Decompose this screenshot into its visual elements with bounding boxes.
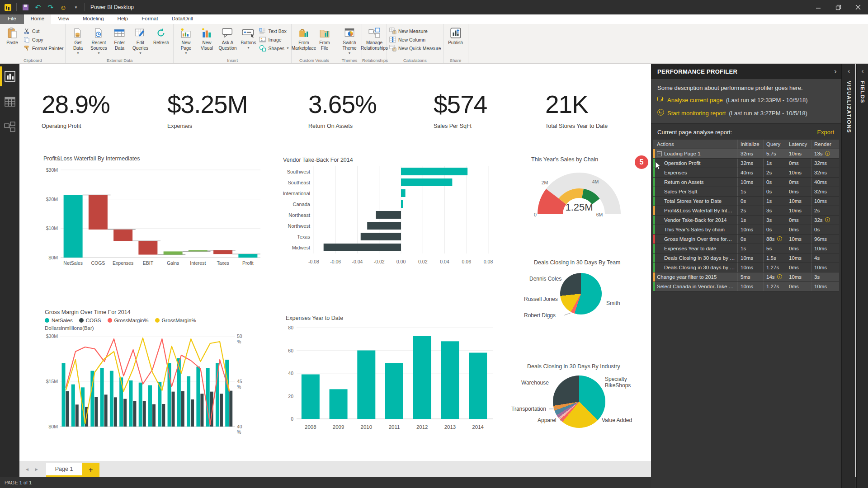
shapes-button[interactable]: Shapes▼ bbox=[259, 44, 289, 52]
table-row[interactable]: −Loading Page 132ms5.7s10ms13s! bbox=[653, 149, 839, 159]
expand-chevron-icon[interactable]: ‹ bbox=[848, 67, 850, 75]
vendor-takeback-chart[interactable]: Vendor Take-Back For 2014 -0.08-0.06-0.0… bbox=[279, 157, 494, 273]
switch-theme-button[interactable]: Switch Theme▼ bbox=[339, 25, 360, 55]
legend-dot bbox=[108, 318, 112, 323]
tab-format[interactable]: Format bbox=[135, 14, 165, 24]
page-tab-strip: ◄ ► Page 1 + bbox=[19, 461, 651, 477]
new-column-button[interactable]: New Column bbox=[389, 36, 441, 43]
cut-button[interactable]: Cut bbox=[23, 27, 63, 35]
tab-home[interactable]: Home bbox=[24, 14, 52, 24]
value-cell: 3s bbox=[763, 206, 786, 215]
table-row[interactable]: Select Canada in Vendor-Take …10ms1.27s0… bbox=[653, 282, 839, 291]
kpi-card[interactable]: 28.9%Operating Profit bbox=[42, 91, 110, 129]
svg-text:Northwest: Northwest bbox=[288, 223, 310, 229]
table-row[interactable]: Deals Closing in 30 days by …10ms1.5s10m… bbox=[653, 253, 839, 263]
smiley-icon[interactable]: ☺ bbox=[59, 3, 67, 11]
table-row[interactable]: Change year filter to 20155ms14s!10ms3s bbox=[653, 272, 839, 282]
add-page-button[interactable]: + bbox=[82, 463, 99, 477]
start-monitoring-link[interactable]: Start monitoring report bbox=[667, 110, 726, 117]
copy-button[interactable]: Copy bbox=[23, 36, 63, 43]
table-row[interactable]: This Year's Sales by chain10ms0s0ms0s bbox=[653, 225, 839, 235]
ask-a-question-button[interactable]: Ask A Question bbox=[217, 25, 238, 51]
gross-margin-svg: $0M40%$15M45%$30M50% bbox=[43, 331, 249, 438]
enter-data-button[interactable]: Enter Data bbox=[109, 25, 130, 51]
status-bar-indicator bbox=[653, 235, 655, 244]
table-row[interactable]: Gross Margin Over time for…0s88s!10ms96m… bbox=[653, 235, 839, 244]
buttons-button[interactable]: Buttons▼ bbox=[238, 25, 259, 49]
action-name: Gross Margin Over time for… bbox=[653, 235, 737, 244]
value-cell: 10ms bbox=[811, 197, 839, 206]
tab-modeling[interactable]: Modeling bbox=[76, 14, 111, 24]
gross-margin-chart[interactable]: Gross Margin Over Time For 2014 NetSales… bbox=[43, 309, 249, 445]
kpi-card[interactable]: 21KTotal Stores Year to Date bbox=[545, 91, 608, 129]
edit-queries-button[interactable]: Edit Queries▼ bbox=[130, 25, 151, 55]
page-nav-arrows[interactable]: ◄ ► bbox=[25, 467, 41, 472]
waterfall-chart[interactable]: Profit&Loss Waterfall By Intermediates $… bbox=[42, 155, 263, 275]
svg-text:COGS: COGS bbox=[91, 260, 105, 266]
new-visual-button[interactable]: New Visual bbox=[196, 25, 217, 51]
svg-text:4M: 4M bbox=[592, 179, 599, 184]
collapse-expander-icon[interactable]: − bbox=[657, 151, 662, 156]
fields-collapsed-panel[interactable]: ‹ FIELDS bbox=[856, 64, 868, 488]
deals-by-industry-pie[interactable]: Deals Closing in 30 Days By Industry War… bbox=[511, 363, 640, 441]
kpi-card[interactable]: 3.65%Return On Assets bbox=[308, 91, 377, 129]
action-name: Deals Closing in 30 days by … bbox=[653, 263, 737, 272]
save-icon[interactable] bbox=[21, 3, 29, 11]
button-label: Refresh bbox=[153, 40, 169, 46]
minimize-button[interactable] bbox=[808, 0, 828, 14]
expenses-ytd-chart[interactable]: Expenses Year to Date 020406080200820092… bbox=[283, 315, 496, 440]
recent-sources-button[interactable]: Recent Sources▼ bbox=[88, 25, 109, 55]
undo-icon[interactable]: ↶ bbox=[34, 3, 42, 11]
table-row[interactable]: Expenses Year to date1s5s0ms10ms bbox=[653, 244, 839, 253]
export-link[interactable]: Export bbox=[817, 129, 834, 136]
table-row[interactable]: Sales Per Sqft1s0s0ms32ms bbox=[653, 187, 839, 197]
page-tab[interactable]: Page 1 bbox=[46, 463, 82, 477]
tab-file[interactable]: File bbox=[0, 14, 24, 24]
manage-relationships-button[interactable]: Manage Relationships bbox=[364, 25, 385, 51]
publish-button[interactable]: Publish bbox=[445, 25, 466, 46]
expand-chevron-icon[interactable]: ‹ bbox=[862, 67, 864, 75]
kpi-label: Expenses bbox=[167, 123, 247, 129]
redo-icon[interactable]: ↷ bbox=[47, 3, 55, 11]
button-label: New Column bbox=[398, 37, 425, 42]
image-button[interactable]: Image bbox=[259, 36, 289, 43]
close-button[interactable] bbox=[848, 0, 868, 14]
table-row[interactable]: Vendor Take-Back for 20141s3s0ms32s! bbox=[653, 216, 839, 225]
tab-view[interactable]: View bbox=[51, 14, 76, 24]
visualizations-collapsed-panel[interactable]: ‹ VISUALIZATIONS bbox=[841, 64, 855, 488]
table-row[interactable]: Deals Closing in 30 days by …10ms1.27s0m… bbox=[653, 263, 839, 272]
deals-by-team-pie[interactable]: Deals Closing in 30 Days By Team Dennis … bbox=[517, 259, 639, 331]
svg-text:Taxes: Taxes bbox=[217, 260, 229, 266]
kpi-card[interactable]: $574Sales Per SqFt bbox=[434, 91, 487, 129]
format-painter-button[interactable]: Format Painter bbox=[23, 44, 63, 52]
sidebar-item-relationships-view[interactable] bbox=[0, 114, 19, 140]
sales-gauge-chart[interactable]: This Year's Sales by Chain 02M4M6M1.25M bbox=[523, 156, 631, 220]
value-cell: 1s bbox=[737, 244, 763, 253]
dropdown-caret-icon[interactable]: ▼ bbox=[72, 3, 80, 11]
kpi-card[interactable]: $3.25MExpenses bbox=[167, 91, 247, 129]
new-measure-button[interactable]: New Measure bbox=[389, 27, 441, 35]
pie-label: Transportation bbox=[511, 406, 546, 412]
table-row[interactable]: Operation Profit32ms1s0ms32ms bbox=[653, 159, 839, 168]
paste-button[interactable]: Paste bbox=[2, 25, 23, 46]
tab-help[interactable]: Help bbox=[111, 14, 135, 24]
restore-button[interactable] bbox=[828, 0, 848, 14]
from-marketplace-button[interactable]: From Marketplace bbox=[293, 25, 314, 51]
sidebar-item-report-view[interactable] bbox=[0, 64, 19, 89]
text-box-button[interactable]: Text Box bbox=[259, 27, 289, 35]
sidebar-item-data-view[interactable] bbox=[0, 89, 19, 114]
table-row[interactable]: Return on Assets10ms0s0ms40ms bbox=[653, 178, 839, 187]
table-row[interactable]: Profit&Loss Waterfall By Int…2s3s10ms2s bbox=[653, 206, 839, 216]
tab-datadrill[interactable]: Data/Drill bbox=[165, 14, 200, 24]
svg-text:0.00: 0.00 bbox=[396, 259, 406, 264]
table-row[interactable]: Expenses40ms2s10ms32ms bbox=[653, 168, 839, 178]
from-file-button[interactable]: From File bbox=[314, 25, 335, 51]
new-page-button[interactable]: New Page▼ bbox=[175, 25, 196, 55]
get-data-button[interactable]: Get Data▼ bbox=[67, 25, 88, 55]
group-buttons: Get Data▼Recent Sources▼Enter DataEdit Q… bbox=[67, 25, 171, 57]
new-quick-measure-button[interactable]: New Quick Measure bbox=[389, 44, 441, 52]
refresh-button[interactable]: Refresh bbox=[151, 25, 171, 46]
table-row[interactable]: Total Stores Year to Date0s1s10ms10ms bbox=[653, 197, 839, 206]
analyse-current-page-link[interactable]: Analyse current page bbox=[667, 97, 723, 103]
collapse-chevron-icon[interactable]: › bbox=[834, 67, 837, 76]
